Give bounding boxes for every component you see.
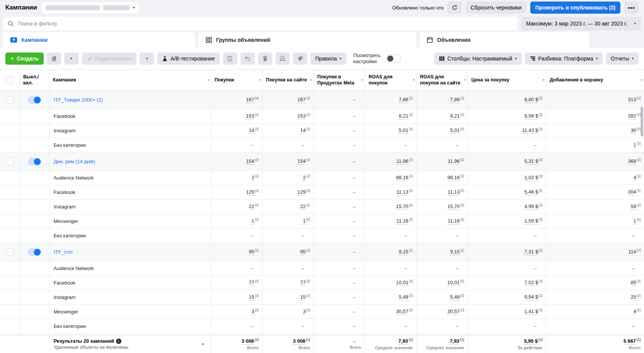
metric-cell: 154[2] (262, 153, 314, 170)
header-metric[interactable]: ROAS для покупок на сайте▾ (417, 70, 468, 91)
metric-cell: 4,99 $[2] (468, 200, 546, 214)
value-badge: [2] (461, 158, 464, 162)
select-all-checkbox[interactable] (6, 76, 14, 84)
undo-button[interactable] (240, 52, 255, 65)
metric-value: 8,21 (399, 113, 408, 119)
empty-value: – (302, 323, 304, 329)
metric-cell: 5,46 $[2] (468, 185, 546, 199)
metric-value: 304 (628, 189, 636, 196)
header-metric[interactable]: Цена за покупку▾ (468, 70, 546, 91)
metric-value: 85 (631, 280, 636, 286)
value-badge: [2] (461, 279, 464, 283)
metric-value: 8,56 $ (524, 113, 538, 119)
more-button[interactable]: ••• (624, 2, 639, 14)
campaign-name-link[interactable]: Дин. рем (14 днів) (54, 159, 95, 164)
value-badge: [2] (637, 189, 641, 192)
breakdown-row: Instagram15[2]15[2]–5,48[2]5,48[2]9,94 $… (0, 290, 644, 305)
create-button[interactable]: + Создать (5, 52, 44, 65)
breakdown-button[interactable]: Разбивка: Платформа ▾ (525, 52, 603, 65)
edit-button[interactable]: Редактировать (82, 52, 137, 65)
header-metric[interactable]: Покупки в Продуктах Meta▾ (314, 70, 365, 91)
metric-cell: 30,57[2] (365, 305, 417, 319)
account-selector[interactable]: ▾ (42, 2, 139, 14)
clipboard-icon (227, 56, 233, 62)
delete-button[interactable] (258, 52, 272, 65)
ab-test-button[interactable]: А/В-тестирование (157, 52, 219, 65)
metric-cell: – (314, 138, 365, 152)
breakdown-row: Facebook129[2]129[2]–11,13[2]11,13[2]5,4… (0, 185, 644, 200)
metric-value: 15 (249, 294, 254, 301)
export-assign-button[interactable] (275, 52, 290, 65)
header-metric[interactable]: Покупки▾ (211, 70, 262, 91)
metric-value: 15 (300, 294, 305, 301)
toggle-cell (20, 243, 49, 261)
campaign-name-link[interactable]: ITF_стіл (54, 249, 73, 255)
settings-toggle[interactable] (386, 54, 401, 63)
name-cell: Instagram (49, 124, 211, 138)
rules-button[interactable]: Правила ▾ (310, 52, 347, 65)
refresh-button[interactable] (447, 2, 462, 14)
header-metric[interactable]: Покупки на сайте▾ (262, 70, 314, 91)
metric-cell: – (314, 319, 365, 333)
breakdown-name: Messenger (54, 218, 78, 224)
duplicate-caret-button[interactable]: ▾ (64, 52, 79, 65)
metric-cell: – (262, 319, 314, 333)
row-checkbox[interactable] (6, 248, 14, 256)
header-campaign[interactable]: Кампания ▾ (49, 70, 211, 91)
more-icon: ••• (628, 5, 635, 11)
header-metric[interactable]: ROAS для покупок▾ (365, 70, 417, 91)
value-badge: [2] (409, 248, 413, 252)
tag-button[interactable] (293, 52, 307, 65)
breakdown-name: Facebook (54, 113, 75, 119)
value-badge: [2] (539, 113, 542, 116)
metric-cell: 313[2] (546, 91, 644, 109)
toggle-cell (20, 214, 49, 228)
search-filter-bar[interactable] (3, 17, 517, 30)
breakdown-name: Instagram (54, 294, 76, 300)
metric-value: 167 (297, 97, 306, 103)
metric-cell: 3[2] (262, 305, 314, 319)
value-badge: [2] (307, 158, 310, 162)
publish-button[interactable]: Проверить и опубликовать (3) (530, 2, 620, 14)
toggle-cell (20, 185, 49, 199)
metric-cell: 5,48[2] (417, 290, 468, 304)
metric-cell: 129[2] (211, 185, 262, 199)
metric-value: 282 (628, 113, 636, 119)
reports-button[interactable]: Отчеты ▾ (606, 52, 639, 65)
discard-drafts-button[interactable]: Сбросить черновики (466, 2, 526, 14)
search-input[interactable] (18, 21, 513, 27)
undo-icon (245, 56, 251, 61)
metric-cell: 10,01[2] (417, 276, 468, 290)
row-checkbox[interactable] (6, 96, 14, 104)
value-badge: [2] (539, 189, 542, 192)
paste-button[interactable] (223, 52, 237, 65)
date-range-selector[interactable]: Максимум: 3 мар 2023 г. — 30 авг 2023 г.… (521, 17, 641, 30)
breakdown-name: Facebook (54, 189, 75, 195)
duplicate-button[interactable] (47, 52, 61, 65)
metric-cell: – (365, 229, 417, 243)
tab-ad-sets[interactable]: Группы объявлений (199, 32, 416, 48)
row-toggle[interactable] (28, 248, 41, 256)
metric-value: 11,16 (448, 218, 460, 224)
checkbox-cell (0, 229, 20, 243)
sort-icon: ▾ (542, 78, 544, 82)
tab-campaigns[interactable]: Кампании (3, 32, 195, 48)
tab-ads[interactable]: Объявления (420, 32, 590, 48)
row-toggle[interactable] (28, 96, 41, 104)
metric-cell: 59[2] (546, 200, 644, 214)
edit-caret-button[interactable]: ▾ (140, 52, 154, 65)
metric-cell: 85[2] (546, 276, 644, 290)
vertical-scrollbar[interactable] (641, 107, 643, 137)
value-badge: [2] (255, 279, 259, 283)
value-badge: [2] (539, 96, 542, 100)
header-metric[interactable]: Добавления в корзину▾ (546, 70, 644, 91)
empty-value: – (632, 323, 635, 329)
row-toggle[interactable] (28, 158, 41, 165)
campaign-name-link[interactable]: ITF_Товари 1000+ (2) (54, 97, 103, 103)
empty-value: – (353, 175, 356, 181)
footer-expand-caret-icon[interactable]: ▾ (202, 342, 204, 346)
date-range-label: Максимум: 3 мар 2023 г. — 30 авг 2023 г. (526, 21, 627, 27)
row-checkbox[interactable] (6, 158, 14, 165)
columns-button[interactable]: Столбцы: Настраиваемый ▾ (434, 52, 522, 65)
checkbox-cell (0, 138, 20, 152)
